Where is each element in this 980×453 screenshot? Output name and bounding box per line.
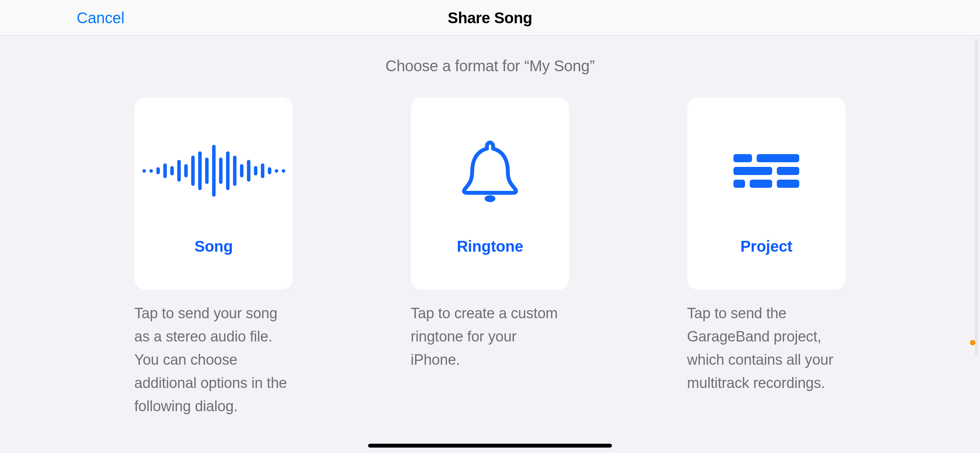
option-description: Tap to send your song as a stereo audio …: [134, 302, 293, 418]
option-label: Project: [740, 238, 792, 255]
page-title: Share Song: [448, 9, 532, 26]
option-project: Project Tap to send the GarageBand proje…: [687, 97, 846, 418]
vertical-scrollbar[interactable]: [975, 39, 978, 356]
status-dot-icon: [970, 340, 975, 345]
option-ringtone: Ringtone Tap to create a custom ringtone…: [411, 97, 569, 418]
option-description: Tap to create a custom ringtone for your…: [411, 302, 569, 371]
option-label: Ringtone: [457, 238, 523, 255]
home-indicator[interactable]: [368, 444, 612, 448]
option-card-project[interactable]: Project: [687, 97, 846, 290]
format-options: Song Tap to send your song as a stereo a…: [134, 97, 846, 418]
option-description: Tap to send the GarageBand project, whic…: [687, 302, 846, 395]
option-song: Song Tap to send your song as a stereo a…: [134, 97, 293, 418]
bell-icon: [411, 124, 569, 217]
waveform-icon: [134, 124, 293, 217]
navbar: Cancel Share Song: [0, 0, 980, 36]
multitrack-icon: [687, 124, 846, 217]
option-card-song[interactable]: Song: [134, 97, 293, 290]
subtitle: Choose a format for “My Song”: [385, 57, 595, 75]
option-card-ringtone[interactable]: Ringtone: [411, 97, 569, 290]
option-label: Song: [194, 238, 233, 255]
cancel-button[interactable]: Cancel: [77, 9, 124, 26]
svg-point-0: [485, 195, 495, 202]
main-content: Choose a format for “My Song”: [0, 36, 980, 418]
